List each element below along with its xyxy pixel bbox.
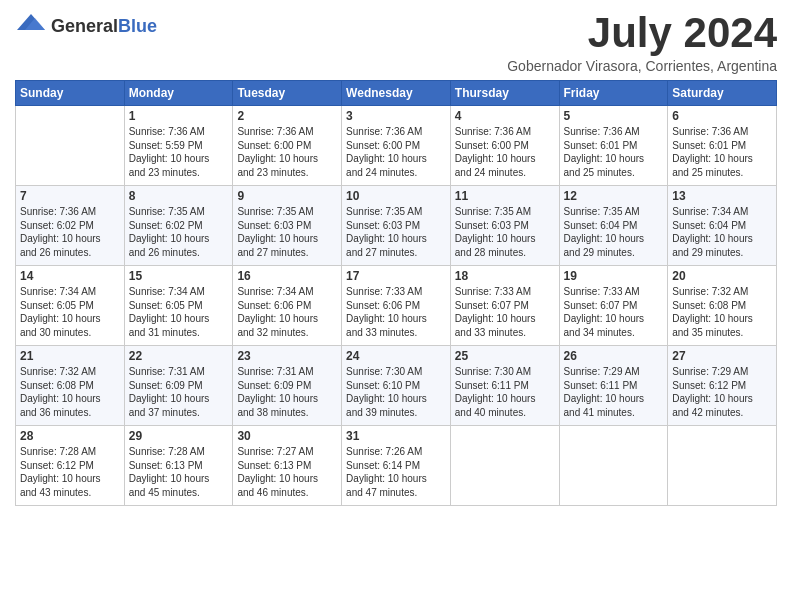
- table-row: 14Sunrise: 7:34 AM Sunset: 6:05 PM Dayli…: [16, 266, 125, 346]
- calendar-week-row: 7Sunrise: 7:36 AM Sunset: 6:02 PM Daylig…: [16, 186, 777, 266]
- logo-blue: Blue: [118, 16, 157, 37]
- table-row: 27Sunrise: 7:29 AM Sunset: 6:12 PM Dayli…: [668, 346, 777, 426]
- location: Gobernador Virasora, Corrientes, Argenti…: [507, 58, 777, 74]
- day-number: 31: [346, 429, 446, 443]
- day-number: 16: [237, 269, 337, 283]
- day-info: Sunrise: 7:33 AM Sunset: 6:07 PM Dayligh…: [564, 285, 664, 339]
- day-number: 11: [455, 189, 555, 203]
- calendar-week-row: 28Sunrise: 7:28 AM Sunset: 6:12 PM Dayli…: [16, 426, 777, 506]
- day-info: Sunrise: 7:35 AM Sunset: 6:03 PM Dayligh…: [237, 205, 337, 259]
- day-number: 18: [455, 269, 555, 283]
- day-info: Sunrise: 7:36 AM Sunset: 6:00 PM Dayligh…: [455, 125, 555, 179]
- day-info: Sunrise: 7:36 AM Sunset: 5:59 PM Dayligh…: [129, 125, 229, 179]
- calendar-week-row: 1Sunrise: 7:36 AM Sunset: 5:59 PM Daylig…: [16, 106, 777, 186]
- day-info: Sunrise: 7:30 AM Sunset: 6:10 PM Dayligh…: [346, 365, 446, 419]
- table-row: 24Sunrise: 7:30 AM Sunset: 6:10 PM Dayli…: [342, 346, 451, 426]
- day-info: Sunrise: 7:35 AM Sunset: 6:02 PM Dayligh…: [129, 205, 229, 259]
- col-sunday: Sunday: [16, 81, 125, 106]
- table-row: 25Sunrise: 7:30 AM Sunset: 6:11 PM Dayli…: [450, 346, 559, 426]
- day-info: Sunrise: 7:30 AM Sunset: 6:11 PM Dayligh…: [455, 365, 555, 419]
- day-info: Sunrise: 7:33 AM Sunset: 6:06 PM Dayligh…: [346, 285, 446, 339]
- day-info: Sunrise: 7:29 AM Sunset: 6:11 PM Dayligh…: [564, 365, 664, 419]
- day-number: 25: [455, 349, 555, 363]
- table-row: 18Sunrise: 7:33 AM Sunset: 6:07 PM Dayli…: [450, 266, 559, 346]
- day-number: 19: [564, 269, 664, 283]
- day-number: 4: [455, 109, 555, 123]
- day-info: Sunrise: 7:26 AM Sunset: 6:14 PM Dayligh…: [346, 445, 446, 499]
- day-number: 21: [20, 349, 120, 363]
- table-row: 1Sunrise: 7:36 AM Sunset: 5:59 PM Daylig…: [124, 106, 233, 186]
- day-number: 30: [237, 429, 337, 443]
- day-number: 9: [237, 189, 337, 203]
- table-row: 17Sunrise: 7:33 AM Sunset: 6:06 PM Dayli…: [342, 266, 451, 346]
- day-info: Sunrise: 7:27 AM Sunset: 6:13 PM Dayligh…: [237, 445, 337, 499]
- day-number: 7: [20, 189, 120, 203]
- table-row: 22Sunrise: 7:31 AM Sunset: 6:09 PM Dayli…: [124, 346, 233, 426]
- day-number: 8: [129, 189, 229, 203]
- table-row: 2Sunrise: 7:36 AM Sunset: 6:00 PM Daylig…: [233, 106, 342, 186]
- day-info: Sunrise: 7:36 AM Sunset: 6:00 PM Dayligh…: [346, 125, 446, 179]
- day-number: 23: [237, 349, 337, 363]
- day-info: Sunrise: 7:36 AM Sunset: 6:01 PM Dayligh…: [672, 125, 772, 179]
- day-info: Sunrise: 7:36 AM Sunset: 6:02 PM Dayligh…: [20, 205, 120, 259]
- day-info: Sunrise: 7:33 AM Sunset: 6:07 PM Dayligh…: [455, 285, 555, 339]
- col-tuesday: Tuesday: [233, 81, 342, 106]
- month-year: July 2024: [507, 10, 777, 56]
- col-thursday: Thursday: [450, 81, 559, 106]
- day-number: 29: [129, 429, 229, 443]
- table-row: 3Sunrise: 7:36 AM Sunset: 6:00 PM Daylig…: [342, 106, 451, 186]
- day-info: Sunrise: 7:34 AM Sunset: 6:05 PM Dayligh…: [20, 285, 120, 339]
- table-row: 15Sunrise: 7:34 AM Sunset: 6:05 PM Dayli…: [124, 266, 233, 346]
- day-info: Sunrise: 7:34 AM Sunset: 6:05 PM Dayligh…: [129, 285, 229, 339]
- day-info: Sunrise: 7:34 AM Sunset: 6:06 PM Dayligh…: [237, 285, 337, 339]
- table-row: 30Sunrise: 7:27 AM Sunset: 6:13 PM Dayli…: [233, 426, 342, 506]
- table-row: 5Sunrise: 7:36 AM Sunset: 6:01 PM Daylig…: [559, 106, 668, 186]
- day-info: Sunrise: 7:36 AM Sunset: 6:01 PM Dayligh…: [564, 125, 664, 179]
- day-number: 13: [672, 189, 772, 203]
- col-saturday: Saturday: [668, 81, 777, 106]
- page: GeneralBlue July 2024 Gobernador Virasor…: [0, 0, 792, 521]
- day-number: 14: [20, 269, 120, 283]
- table-row: [450, 426, 559, 506]
- calendar-header-row: Sunday Monday Tuesday Wednesday Thursday…: [16, 81, 777, 106]
- table-row: 7Sunrise: 7:36 AM Sunset: 6:02 PM Daylig…: [16, 186, 125, 266]
- day-number: 5: [564, 109, 664, 123]
- day-number: 10: [346, 189, 446, 203]
- table-row: 16Sunrise: 7:34 AM Sunset: 6:06 PM Dayli…: [233, 266, 342, 346]
- day-number: 6: [672, 109, 772, 123]
- calendar-week-row: 14Sunrise: 7:34 AM Sunset: 6:05 PM Dayli…: [16, 266, 777, 346]
- day-number: 27: [672, 349, 772, 363]
- day-number: 3: [346, 109, 446, 123]
- day-number: 28: [20, 429, 120, 443]
- table-row: 4Sunrise: 7:36 AM Sunset: 6:00 PM Daylig…: [450, 106, 559, 186]
- day-info: Sunrise: 7:36 AM Sunset: 6:00 PM Dayligh…: [237, 125, 337, 179]
- title-block: July 2024 Gobernador Virasora, Corriente…: [507, 10, 777, 74]
- table-row: 6Sunrise: 7:36 AM Sunset: 6:01 PM Daylig…: [668, 106, 777, 186]
- table-row: 21Sunrise: 7:32 AM Sunset: 6:08 PM Dayli…: [16, 346, 125, 426]
- col-friday: Friday: [559, 81, 668, 106]
- table-row: 11Sunrise: 7:35 AM Sunset: 6:03 PM Dayli…: [450, 186, 559, 266]
- day-info: Sunrise: 7:34 AM Sunset: 6:04 PM Dayligh…: [672, 205, 772, 259]
- day-number: 15: [129, 269, 229, 283]
- day-number: 20: [672, 269, 772, 283]
- day-number: 24: [346, 349, 446, 363]
- day-info: Sunrise: 7:28 AM Sunset: 6:12 PM Dayligh…: [20, 445, 120, 499]
- day-info: Sunrise: 7:29 AM Sunset: 6:12 PM Dayligh…: [672, 365, 772, 419]
- col-wednesday: Wednesday: [342, 81, 451, 106]
- calendar-week-row: 21Sunrise: 7:32 AM Sunset: 6:08 PM Dayli…: [16, 346, 777, 426]
- table-row: 8Sunrise: 7:35 AM Sunset: 6:02 PM Daylig…: [124, 186, 233, 266]
- col-monday: Monday: [124, 81, 233, 106]
- day-info: Sunrise: 7:31 AM Sunset: 6:09 PM Dayligh…: [129, 365, 229, 419]
- table-row: 13Sunrise: 7:34 AM Sunset: 6:04 PM Dayli…: [668, 186, 777, 266]
- day-number: 12: [564, 189, 664, 203]
- table-row: 29Sunrise: 7:28 AM Sunset: 6:13 PM Dayli…: [124, 426, 233, 506]
- table-row: 12Sunrise: 7:35 AM Sunset: 6:04 PM Dayli…: [559, 186, 668, 266]
- day-number: 1: [129, 109, 229, 123]
- table-row: 19Sunrise: 7:33 AM Sunset: 6:07 PM Dayli…: [559, 266, 668, 346]
- day-number: 26: [564, 349, 664, 363]
- table-row: 31Sunrise: 7:26 AM Sunset: 6:14 PM Dayli…: [342, 426, 451, 506]
- day-number: 22: [129, 349, 229, 363]
- day-info: Sunrise: 7:28 AM Sunset: 6:13 PM Dayligh…: [129, 445, 229, 499]
- day-info: Sunrise: 7:35 AM Sunset: 6:03 PM Dayligh…: [346, 205, 446, 259]
- table-row: 20Sunrise: 7:32 AM Sunset: 6:08 PM Dayli…: [668, 266, 777, 346]
